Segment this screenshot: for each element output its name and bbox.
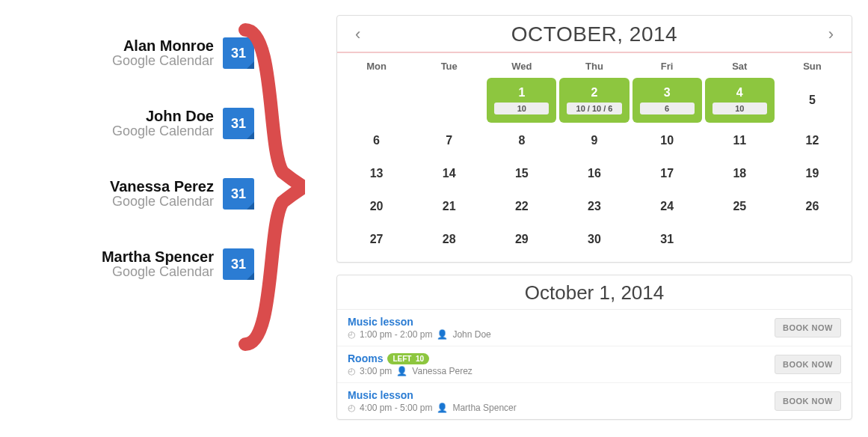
person-name: Martha Spencer [102, 248, 214, 266]
person-row: John Doe Google Calendar [0, 108, 269, 139]
calendar-cell[interactable]: 22 [487, 192, 556, 221]
calendar-cell[interactable]: 2 10 / 10 / 6 [559, 78, 629, 123]
event-title[interactable]: Rooms [348, 352, 383, 364]
calendar-cell[interactable]: 26 [778, 192, 847, 221]
dow-label: Sat [704, 58, 776, 75]
calendar-cell[interactable]: 4 10 [705, 78, 775, 123]
prev-month-button[interactable]: ‹ [349, 22, 366, 47]
brace-connector [238, 22, 305, 352]
person-icon: 👤 [437, 403, 448, 413]
event-title[interactable]: Music lesson [348, 389, 413, 401]
dow-label: Sun [776, 58, 849, 75]
person-calendar-source: Google Calendar [110, 194, 214, 210]
clock-icon: ◴ [348, 403, 355, 413]
calendar-cell[interactable]: 27 [342, 224, 411, 254]
calendar-panel: ‹ OCTOBER, 2014 › MonTueWedThuFriSatSun … [336, 15, 852, 263]
availability-badge: 10 / 10 / 6 [567, 103, 621, 114]
calendar-grid: 1 102 10 / 10 / 63 64 105678910111213141… [337, 78, 852, 262]
calendar-title: OCTOBER, 2014 [511, 22, 677, 46]
event-person: John Doe [452, 329, 490, 340]
person-row: Martha Spencer Google Calendar [0, 248, 269, 280]
event-time: 4:00 pm - 5:00 pm [360, 403, 432, 413]
calendar-cell[interactable]: 14 [414, 159, 484, 189]
availability-badge: 6 [640, 103, 695, 114]
event-row: Music lesson ◴ 4:00 pm - 5:00 pm 👤 Marth… [337, 382, 852, 419]
person-row: Vanessa Perez Google Calendar [0, 178, 269, 210]
calendar-cell[interactable]: 24 [632, 192, 702, 221]
calendar-cell[interactable]: 25 [705, 192, 775, 221]
book-now-button[interactable]: BOOK NOW [775, 318, 841, 337]
next-month-button[interactable]: › [822, 22, 840, 47]
calendar-cell[interactable]: 13 [342, 159, 411, 189]
calendar-cell[interactable]: 20 [342, 192, 411, 221]
calendar-cell[interactable]: 29 [487, 224, 556, 254]
person-calendar-source: Google Calendar [102, 264, 214, 280]
event-time: 1:00 pm - 2:00 pm [360, 329, 432, 340]
calendar-cell[interactable]: 28 [414, 224, 484, 254]
calendar-cell[interactable]: 1 10 [487, 78, 556, 123]
calendar-cell[interactable]: 7 [414, 126, 484, 156]
calendar-cell-empty [414, 78, 484, 123]
day-number: 3 [664, 86, 671, 100]
day-number: 2 [591, 86, 598, 100]
book-now-button[interactable]: BOOK NOW [775, 391, 841, 411]
event-row: Music lesson ◴ 1:00 pm - 2:00 pm 👤 John … [337, 310, 852, 346]
calendar-cell[interactable]: 23 [559, 192, 629, 221]
dow-label: Fri [631, 58, 704, 75]
event-row: Rooms LEFT 10 ◴ 3:00 pm 👤 Vanessa Perez … [337, 346, 852, 382]
clock-icon: ◴ [348, 329, 355, 340]
person-name: John Doe [112, 108, 214, 125]
clock-icon: ◴ [348, 366, 355, 376]
event-list: Music lesson ◴ 1:00 pm - 2:00 pm 👤 John … [337, 310, 852, 419]
calendar-cell[interactable]: 6 [342, 126, 411, 156]
calendar-cell[interactable]: 9 [559, 126, 629, 156]
event-title[interactable]: Music lesson [348, 316, 413, 328]
event-time: 3:00 pm [360, 366, 392, 376]
event-person: Martha Spencer [452, 403, 516, 413]
availability-badge: 10 [494, 103, 549, 114]
person-name: Vanessa Perez [110, 178, 214, 195]
calendar-cell[interactable]: 17 [632, 159, 702, 189]
person-icon: 👤 [396, 366, 407, 376]
calendar-cell[interactable]: 18 [705, 159, 775, 189]
calendar-cell[interactable]: 31 [632, 224, 702, 254]
calendar-cell-empty [342, 78, 411, 123]
day-number: 4 [736, 86, 743, 100]
day-details-panel: October 1, 2014 Music lesson ◴ 1:00 pm -… [336, 275, 852, 420]
person-name: Alan Monroe [112, 37, 214, 55]
calendar-cell[interactable]: 11 [705, 126, 775, 156]
calendar-cell[interactable]: 30 [559, 224, 629, 254]
person-row: Alan Monroe Google Calendar [0, 37, 269, 69]
day-number: 1 [518, 86, 525, 100]
calendar-cell[interactable]: 19 [778, 159, 847, 189]
event-person: Vanessa Perez [412, 366, 473, 376]
details-title: October 1, 2014 [337, 275, 852, 310]
calendar-cell[interactable]: 21 [414, 192, 484, 221]
calendar-cell[interactable]: 3 6 [632, 78, 702, 123]
calendar-cell[interactable]: 15 [487, 159, 556, 189]
dow-label: Wed [485, 58, 558, 75]
person-icon: 👤 [437, 329, 448, 340]
calendar-cell[interactable]: 8 [487, 126, 556, 156]
calendar-cell[interactable]: 16 [559, 159, 629, 189]
people-list: Alan Monroe Google Calendar John Doe Goo… [0, 0, 269, 420]
person-calendar-source: Google Calendar [112, 123, 214, 139]
left-badge: LEFT 10 [387, 353, 429, 364]
calendar-cell[interactable]: 5 [778, 78, 847, 123]
calendar-cell[interactable]: 10 [632, 126, 702, 156]
dow-label: Tue [413, 58, 485, 75]
book-now-button[interactable]: BOOK NOW [775, 355, 841, 374]
dow-label: Thu [558, 58, 630, 75]
person-calendar-source: Google Calendar [112, 53, 214, 69]
dow-label: Mon [340, 58, 413, 75]
day-of-week-header: MonTueWedThuFriSatSun [337, 53, 852, 78]
calendar-cell[interactable]: 12 [778, 126, 847, 156]
availability-badge: 10 [712, 103, 767, 114]
